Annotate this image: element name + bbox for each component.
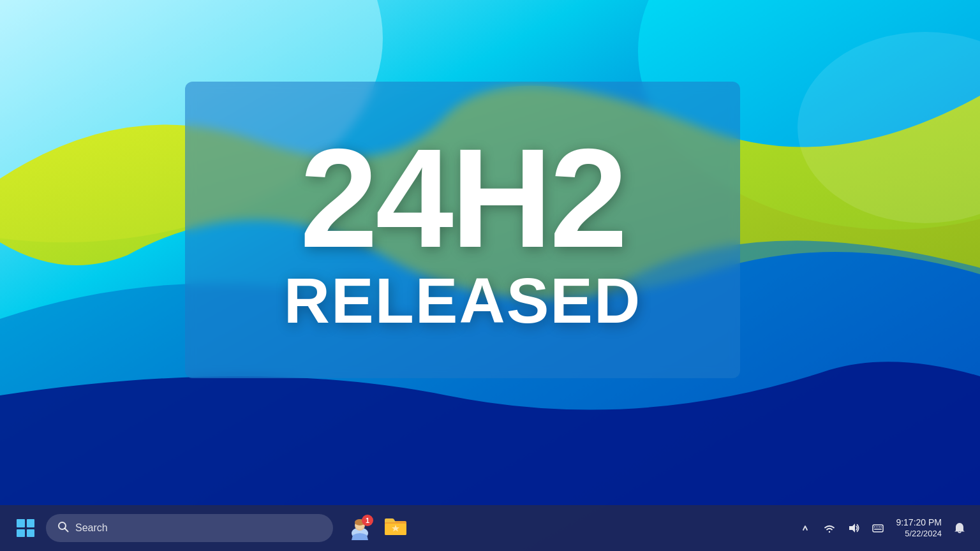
notification-bell-button[interactable] [949, 518, 970, 538]
svg-rect-15 [874, 526, 875, 527]
announcement-card: 24H2 RELEASED [185, 82, 740, 378]
announcement-title: 24H2 [300, 128, 625, 268]
svg-marker-13 [849, 524, 855, 533]
volume-icon[interactable] [843, 518, 864, 538]
taskbar-app-file-explorer[interactable] [379, 511, 412, 545]
search-bar[interactable]: Search [46, 514, 333, 542]
svg-rect-17 [879, 526, 880, 527]
windows-logo-icon [17, 519, 34, 537]
svg-rect-19 [874, 529, 882, 530]
svg-rect-14 [873, 525, 883, 532]
start-button[interactable] [10, 513, 41, 543]
clock-time: 9:17:20 PM [896, 517, 942, 528]
file-explorer-icon [383, 513, 408, 543]
svg-line-5 [65, 528, 68, 531]
svg-rect-18 [880, 526, 882, 527]
clock[interactable]: 9:17:20 PM 5/22/2024 [892, 517, 946, 539]
taskbar-apps: 1 [343, 511, 412, 545]
battery-icon[interactable] [868, 518, 888, 538]
show-hidden-icons-button[interactable] [795, 518, 815, 538]
teams-badge: 1 [362, 515, 373, 526]
search-label: Search [75, 522, 108, 534]
wifi-icon[interactable] [819, 518, 840, 538]
system-tray: 9:17:20 PM 5/22/2024 [795, 517, 970, 539]
announcement-subtitle: RELEASED [284, 268, 642, 332]
taskbar: Search 1 [0, 505, 980, 551]
taskbar-app-teams[interactable]: 1 [343, 511, 376, 545]
clock-date: 5/22/2024 [905, 529, 942, 540]
teams-icon: 1 [348, 516, 372, 540]
svg-rect-16 [877, 526, 878, 527]
search-icon [57, 521, 69, 536]
